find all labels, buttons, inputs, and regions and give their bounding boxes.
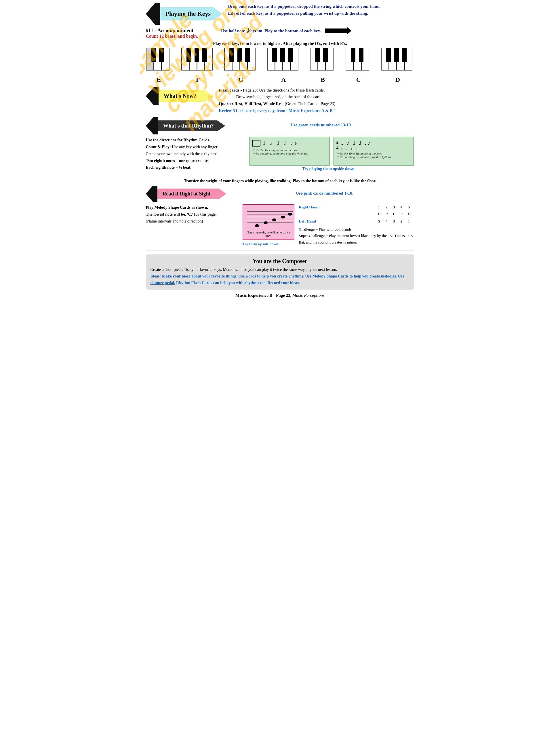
timesig-box-1 bbox=[252, 140, 260, 147]
try-upside-down: Try playing them upside down. bbox=[244, 167, 414, 171]
piano-G-svg bbox=[224, 48, 257, 74]
svg-point-51 bbox=[281, 216, 285, 218]
sight-title: Read it Right at Sight bbox=[163, 191, 211, 197]
rests-line: Quarter Rest, Half Rest, Whole Rest (Gre… bbox=[219, 100, 336, 107]
half-note-instruction: Use half note 𝅗𝅥 rhythm. Play to the bot… bbox=[221, 27, 348, 35]
piano-A-label: A bbox=[281, 76, 286, 83]
composer-section: You are the Composer Create a short piec… bbox=[146, 254, 414, 290]
super-challenge: Super Challenge = Play the next lowest b… bbox=[299, 233, 414, 246]
composer-body: Create a short piece. Use your favorite … bbox=[151, 266, 410, 286]
rhythm-notes-2: ♩ ♪ ♩ ♩ ♩♪ 1 + 2 + 1 + 2 + bbox=[341, 140, 372, 151]
rhythm-eighth-rule: Two eighth notes = one quarter note. bbox=[146, 157, 238, 164]
rhythm-card-2-title: Write the Time Signature in the Box. bbox=[336, 152, 411, 155]
svg-rect-42 bbox=[402, 48, 407, 62]
try-upside-down-sight: Try them upside down. bbox=[243, 242, 294, 246]
svg-rect-18 bbox=[245, 48, 250, 62]
composer-ideas: Ideas: Make your piece about your favori… bbox=[151, 273, 410, 286]
piano-B-keys bbox=[310, 48, 336, 75]
piano-D-label: D bbox=[395, 76, 400, 83]
rhythm-cards-area: ♩ ♪ ♩ ♩ ♩♪ Write the Time Signature in t… bbox=[249, 137, 414, 166]
rhythm-directions: Use the directions for Rhythm Cards. bbox=[146, 137, 238, 144]
use-green-cards: Use green cards numbered 13-19. bbox=[228, 123, 414, 128]
svg-rect-3 bbox=[151, 48, 156, 62]
piano-F-label: F bbox=[196, 76, 200, 83]
svg-rect-16 bbox=[229, 48, 234, 62]
review-line: Review 5 flash cards, every day, from "M… bbox=[219, 107, 336, 114]
whats-new-banner: What's New? bbox=[159, 90, 213, 102]
composer-line2: Ideas: Make your piece about your favori… bbox=[151, 274, 348, 278]
piano-D-svg bbox=[381, 48, 414, 74]
piano-C-svg bbox=[346, 48, 372, 74]
svg-rect-10 bbox=[195, 48, 199, 62]
composer-title: You are the Composer bbox=[151, 258, 410, 265]
challenge: Challenge = Play with both hands. bbox=[299, 226, 414, 233]
svg-point-50 bbox=[272, 218, 276, 221]
whats-new-content: Flash cards - Page 23: Flash cards - Pag… bbox=[219, 87, 336, 115]
rhythm-notes-1: ♩ ♪ ♩ ♩ ♩♪ bbox=[263, 140, 298, 147]
sight-banner: Read it Right at Sight bbox=[157, 189, 226, 199]
rhythm-count-play: Count & Play: Use any key with any finge… bbox=[146, 144, 238, 151]
sight-card: Name intervals, note direction, then pla… bbox=[243, 204, 294, 240]
lowest-note: The lowest note will be, 'C,' for this p… bbox=[146, 211, 238, 218]
rhythm-left-text: Use the directions for Rhythm Cards. Cou… bbox=[146, 137, 238, 171]
piano-E: E bbox=[146, 48, 172, 83]
rhythm-create: Create your own melody with these rhythm… bbox=[146, 151, 238, 157]
whats-new-title: What's New? bbox=[164, 93, 197, 99]
sight-card-area: Name intervals, note direction, then pla… bbox=[243, 204, 294, 246]
piano-D-keys bbox=[381, 48, 414, 75]
piano-A-svg bbox=[267, 48, 300, 74]
composer-line3: to help you create melodies. bbox=[349, 274, 397, 278]
left-hand-label: Left Hand bbox=[299, 218, 377, 225]
sight-card-label: Name intervals, note direction, then pla… bbox=[245, 231, 292, 237]
right-hand-label: Right Hand bbox=[299, 204, 377, 210]
rhythm-card-2-sub: Write counting, count and play the rhyth… bbox=[336, 155, 411, 159]
accompaniment-title: #11 - Accompaniment bbox=[146, 28, 195, 34]
rhythm-card-1-sub: Write counting, count and play the rhyth… bbox=[252, 152, 327, 155]
piano-A-keys bbox=[267, 48, 300, 75]
piano-C: C bbox=[346, 48, 372, 83]
rhythm-title: What's that Rhythm? bbox=[163, 123, 214, 129]
svg-rect-17 bbox=[237, 48, 242, 62]
finger-table: Right Hand 12345 CDEFG Left Hand 54321 bbox=[299, 204, 414, 225]
sight-left: Play Melody Shape Cards as shown. The lo… bbox=[146, 204, 238, 225]
playing-keys-banner: Playing the Keys bbox=[160, 7, 222, 20]
piano-E-keys bbox=[146, 48, 172, 75]
name-intervals: (Name intervals and note direction) bbox=[146, 218, 238, 225]
piano-E-label: E bbox=[157, 76, 161, 83]
piano-B-label: B bbox=[321, 76, 325, 83]
piano-F-keys bbox=[181, 48, 214, 75]
svg-rect-30 bbox=[323, 48, 328, 62]
svg-rect-35 bbox=[359, 48, 363, 62]
piano-B-svg bbox=[310, 48, 336, 74]
sight-right: Right Hand 12345 CDEFG Left Hand 54321 C… bbox=[299, 204, 414, 246]
sight-section: Read it Right at Sight Use pink cards nu… bbox=[146, 186, 414, 246]
rhythm-banner: What's that Rhythm? bbox=[158, 120, 225, 131]
svg-rect-9 bbox=[186, 48, 191, 62]
composer-line1: Create a short piece. Use your favorite … bbox=[151, 266, 410, 273]
footer-italic: Music Perceptions bbox=[292, 293, 325, 298]
staff-svg bbox=[245, 207, 294, 229]
arrow-right-icon bbox=[325, 28, 348, 33]
piano-C-keys bbox=[346, 48, 372, 75]
piano-G-label: G bbox=[238, 76, 243, 83]
composer-line4: Rhythm Flash Cards can help you with rhy… bbox=[176, 281, 300, 285]
playing-keys-section: Playing the Keys Drop onto each key, as … bbox=[146, 3, 414, 25]
svg-rect-34 bbox=[351, 48, 355, 62]
piano-F-svg bbox=[181, 48, 214, 74]
pianos-row: E F bbox=[146, 48, 414, 83]
svg-rect-29 bbox=[315, 48, 320, 62]
use-pink-cards: Use pink cards numbered 1-18. bbox=[235, 191, 414, 196]
rhythm-card-1-title: Write the Time Signature in the Box. bbox=[252, 148, 327, 152]
play-melody: Play Melody Shape Cards as shown. bbox=[146, 204, 238, 211]
draw-line: Draw symbols, large sized, on the back o… bbox=[219, 94, 336, 100]
count-instruction: Count 12 beats, and begin. bbox=[146, 34, 198, 39]
flash-cards-line: Flash cards - Page 23: Flash cards - Pag… bbox=[219, 87, 336, 94]
rhythm-cards-container: ♩ ♪ ♩ ♩ ♩♪ Write the Time Signature in t… bbox=[244, 137, 414, 171]
whats-new-section: What's New? Flash cards - Page 23: Flash… bbox=[146, 87, 414, 115]
rhythm-section: What's that Rhythm? Use green cards numb… bbox=[146, 117, 414, 171]
playing-keys-desc: Drop onto each key, as if a puppeteer dr… bbox=[228, 3, 380, 17]
svg-rect-25 bbox=[288, 48, 293, 62]
playing-keys-title: Playing the Keys bbox=[165, 10, 211, 18]
rhythm-card-1: ♩ ♪ ♩ ♩ ♩♪ Write the Time Signature in t… bbox=[249, 137, 330, 166]
svg-rect-4 bbox=[159, 48, 164, 62]
